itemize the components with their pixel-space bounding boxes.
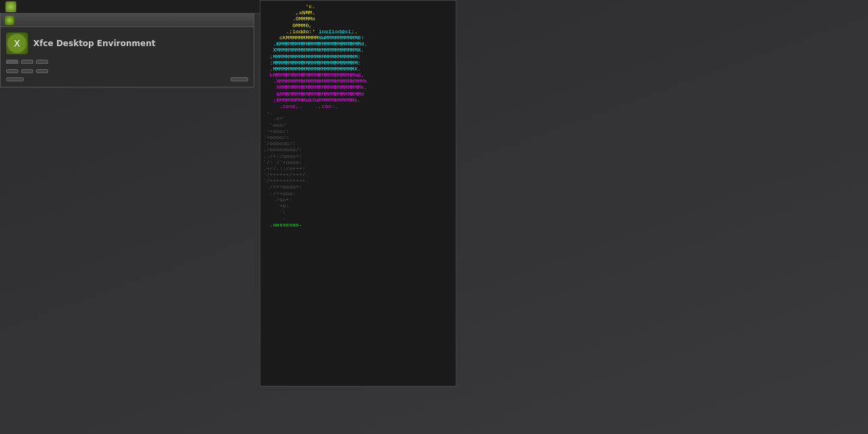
xfce-app-icon: X: [6, 33, 28, 54]
xfce-header: X Xfce Desktop Environment: [6, 33, 248, 54]
xfce-header-info: Xfce Desktop Environment: [33, 39, 155, 48]
tab-copyright[interactable]: [36, 60, 48, 64]
ascii-art-content: 'c. ,xNMM. .OMMMMo OMMM0, .;loddo:' lool…: [260, 1, 456, 231]
svg-text:X: X: [14, 38, 20, 49]
tab-about[interactable]: [6, 60, 18, 64]
ascii-terminal[interactable]: 'c. ,xNMM. .OMMMMo OMMM0, .;loddo:' lool…: [260, 0, 456, 387]
xfce-menubar: [0, 0, 260, 14]
xfce-app-title: Xfce Desktop Environment: [33, 39, 155, 48]
xfce-license-buttons: [6, 69, 248, 73]
xfce-dialog-titlebar: [1, 14, 254, 27]
btn-help[interactable]: [6, 77, 24, 81]
xfce-dialog-body: X Xfce Desktop Environment: [1, 27, 254, 87]
btn-close[interactable]: [231, 77, 248, 81]
tab-credits[interactable]: [21, 60, 33, 64]
btn-bsd[interactable]: [36, 69, 48, 73]
desktop: X Xfce Desktop Environment: [0, 0, 868, 434]
xfce-about-dialog: X Xfce Desktop Environment: [0, 14, 254, 87]
xfce-tabs: [6, 60, 248, 64]
xfce-dialog-footer: [6, 77, 248, 81]
btn-lgpl[interactable]: [21, 69, 33, 73]
btn-gpl[interactable]: [6, 69, 18, 73]
xfce-logo-icon: [5, 1, 16, 12]
xfce-dialog-icon: [5, 16, 14, 25]
